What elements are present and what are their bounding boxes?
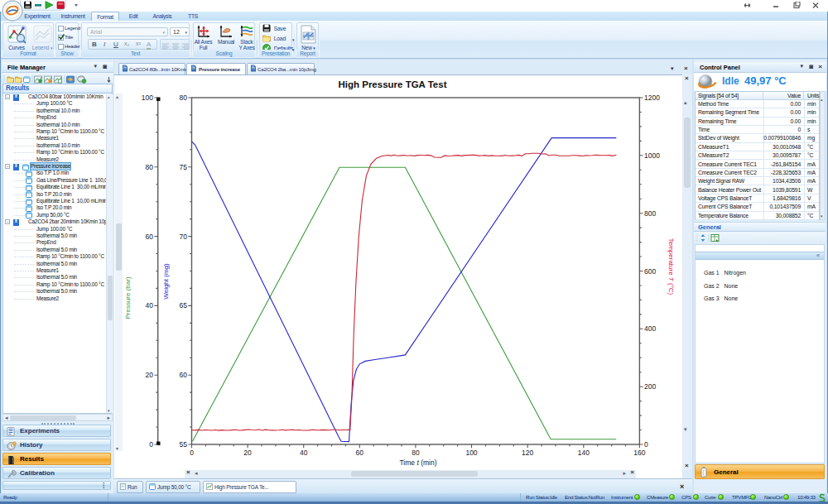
svg-text:80: 80 (412, 449, 420, 457)
svg-text:100: 100 (465, 449, 477, 457)
svg-text:Pressure (bar): Pressure (bar) (124, 276, 132, 319)
svg-text:80: 80 (146, 163, 154, 171)
svg-text:200: 200 (644, 382, 656, 391)
svg-text:70: 70 (180, 233, 188, 241)
svg-text:120: 120 (522, 449, 533, 457)
svg-text:20: 20 (243, 449, 252, 457)
svg-text:100: 100 (142, 94, 153, 102)
svg-text:40: 40 (146, 301, 154, 310)
svg-text:0: 0 (644, 440, 648, 449)
svg-text:40: 40 (300, 449, 308, 457)
svg-text:1000: 1000 (644, 151, 660, 160)
svg-text:Time t (min): Time t (min) (399, 458, 436, 467)
svg-text:0: 0 (149, 440, 153, 449)
svg-text:65: 65 (180, 301, 188, 310)
svg-text:20: 20 (146, 371, 154, 379)
svg-text:1200: 1200 (644, 94, 660, 102)
svg-text:160: 160 (633, 449, 645, 457)
svg-text:0: 0 (190, 449, 194, 457)
svg-text:High Pressure TGA Test: High Pressure TGA Test (338, 79, 446, 89)
svg-text:75: 75 (180, 163, 188, 171)
svg-text:55: 55 (180, 440, 188, 449)
svg-text:Weight (mg): Weight (mg) (162, 263, 170, 300)
svg-text:60: 60 (356, 449, 364, 457)
svg-text:60: 60 (180, 371, 188, 379)
svg-text:600: 600 (644, 267, 656, 276)
svg-text:Temperature T (°C): Temperature T (°C) (667, 238, 675, 295)
svg-text:60: 60 (146, 233, 154, 241)
svg-text:140: 140 (578, 449, 590, 457)
svg-text:800: 800 (644, 209, 656, 218)
svg-text:400: 400 (644, 324, 656, 333)
svg-text:80: 80 (180, 94, 188, 102)
